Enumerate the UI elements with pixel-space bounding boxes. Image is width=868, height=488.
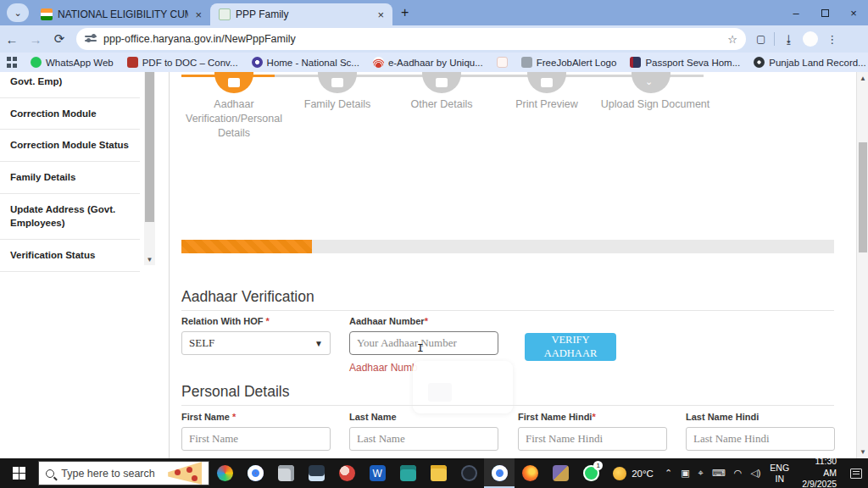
verify-aadhaar-button[interactable]: VERIFY AADHAAR [525,333,616,361]
network-wifi-icon[interactable]: ◠ [730,468,747,479]
tab-title: NATIONAL ELIGIBILITY CUM EN [58,8,188,20]
scroll-up-icon[interactable]: ▲ [857,75,868,82]
sidebar-item-correction-module[interactable]: Correction Module [0,98,140,130]
scroll-down-icon[interactable]: ▼ [857,448,868,456]
taskbar-search[interactable]: Type here to search [38,461,209,485]
apps-grid-icon[interactable] [7,57,17,68]
firefox-app-icon[interactable] [515,458,545,488]
url-text[interactable]: ppp-office.haryana.gov.in/NewPppFamily [103,33,727,45]
sidebar-item-family-details[interactable]: Family Details [0,162,140,194]
copilot-app-icon[interactable] [209,458,240,488]
profile-avatar[interactable] [803,31,818,47]
step-2-circle[interactable] [318,72,357,93]
system-tray: ⌃ ▣ ⌖ ⌨ ◠ ◁) ENGIN 11:30 AM 2/9/2025 [660,458,868,488]
file-explorer-icon[interactable] [423,458,453,488]
step-4-circle[interactable] [527,72,566,93]
language-indicator[interactable]: ENGIN [765,463,794,484]
bookmark-star-icon[interactable]: ☆ [727,33,737,46]
step-1-label: Aadhaar Verification/Personal Details [179,97,289,141]
time-text: 11:30 AM [801,456,837,479]
meet-now-icon[interactable]: ▣ [676,468,693,479]
bookmark-national-scholarship[interactable]: Home - National Sc... [252,57,359,68]
sidebar-scroll-down-icon[interactable]: ▼ [144,256,155,263]
calculator-app-icon[interactable] [392,458,423,488]
new-tab-button[interactable]: + [401,5,409,20]
microphone-icon[interactable]: ⌖ [694,468,708,479]
bookmark-nsdl[interactable] [497,57,508,68]
reload-icon[interactable]: ⟳ [47,31,71,47]
site-settings-icon[interactable] [85,35,97,43]
whatsapp-app-icon[interactable]: 1 [576,458,606,488]
chrome-app-icon[interactable] [240,458,270,488]
tab-neet[interactable]: NATIONAL ELIGIBILITY CUM EN × [32,3,210,25]
scroll-thumb[interactable] [859,142,867,252]
tab-ppp-family[interactable]: PPP Family × [210,3,392,25]
window-maximize-button[interactable] [810,0,839,25]
toolbar-divider [774,32,775,46]
clock[interactable]: 11:30 AM 2/9/2025 [794,456,843,488]
tray-chevron-icon[interactable]: ⌃ [660,468,676,479]
bookmark-whatsapp-web[interactable]: WhatsApp Web [31,57,114,68]
window-minimize-button[interactable]: – [782,0,810,25]
step-5-circle[interactable]: ⌄ [632,72,670,93]
bookmark-label: WhatsApp Web [46,58,114,68]
freejobalert-icon [521,57,532,68]
downloads-icon[interactable]: ⭳ [783,33,794,46]
last-name-input[interactable]: Last Name [349,427,498,451]
bookmark-e-aadhaar[interactable]: e-Aadhaar by Uniqu... [373,57,483,68]
web-page: Govt. Emp) Correction Module Correction … [0,72,868,458]
sidebar-scrollbar[interactable]: ▼ [144,72,155,265]
word-app-icon[interactable]: W [362,458,392,488]
gallery-app-icon[interactable] [545,458,576,488]
address-bar[interactable]: ppp-office.haryana.gov.in/NewPppFamily ☆ [76,28,746,50]
bookmark-label: PDF to DOC – Conv... [142,58,238,68]
sidebar-item-correction-module-status[interactable]: Correction Module Status [0,130,140,162]
bookmark-punjab-land[interactable]: Punjab Land Record... [754,57,865,68]
start-button[interactable] [0,458,38,488]
bookmark-passport-seva[interactable]: Passport Seva Hom... [630,57,740,68]
tab-close-icon[interactable]: × [193,8,203,21]
aadhaar-number-input[interactable]: Your Aadhaar Number [349,331,498,355]
bookmark-label: Punjab Land Record... [769,58,865,68]
sidebar-scroll-thumb[interactable] [145,72,154,222]
media-player-app-icon[interactable] [453,458,484,488]
notification-center-button[interactable] [843,458,868,488]
last-name-hindi-label: Last Name Hindi [686,411,759,424]
bookmark-label: e-Aadhaar by Uniqu... [388,58,483,68]
taskbar-weather[interactable]: 20°C [606,467,660,480]
sidebar-item-govt-emp[interactable]: Govt. Emp) [0,72,140,98]
forward-icon[interactable]: → [24,32,47,47]
step-2-label: Family Details [282,97,392,112]
chrome-active-window-icon[interactable] [484,458,515,488]
first-name-hindi-label: First Name Hindi* [518,411,596,424]
first-name-hindi-input[interactable]: First Name Hindi [518,427,667,451]
sidebar-item-verification-status[interactable]: Verification Status [0,240,140,272]
chrome-menu-icon[interactable]: ⋮ [826,33,837,46]
tab-close-icon[interactable]: × [376,8,386,21]
windows-taskbar: Type here to search W 1 20°C ⌃ ▣ ⌖ ⌨ [0,458,868,488]
aadhaar-number-label: Aadhaar Number* [349,315,428,328]
photos-app-icon[interactable] [270,458,301,488]
sun-weather-icon [613,467,626,480]
last-name-hindi-input[interactable]: Last Name Hindi [686,427,835,451]
sidebar-item-update-address[interactable]: Update Address (Govt. Employees) [0,194,140,240]
step-3-circle[interactable] [422,72,461,93]
bookmark-label: FreeJobAlert Logo [537,58,617,68]
relation-selected-value: SELF [189,336,214,350]
paint-app-icon[interactable] [331,458,362,488]
extensions-icon[interactable]: ▢ [756,33,765,45]
tab-search-chevron-icon[interactable]: ⌄ [7,3,29,22]
touch-keyboard-icon[interactable]: ⌨ [708,468,730,479]
volume-icon[interactable]: ◁) [746,468,765,479]
page-scrollbar[interactable]: ▲ ▼ [856,72,868,458]
section-divider [181,405,834,406]
relation-with-hof-select[interactable]: SELF ▼ [181,331,331,355]
remote-desktop-app-icon[interactable] [301,458,331,488]
text-cursor-icon: I [417,341,424,354]
bookmark-pdf-to-doc[interactable]: PDF to DOC – Conv... [127,57,238,68]
step-1-circle[interactable] [214,72,253,93]
bookmark-freejobalert[interactable]: FreeJobAlert Logo [521,57,617,68]
window-close-button[interactable]: × [839,0,868,25]
first-name-input[interactable]: First Name [181,427,331,451]
back-icon[interactable]: ← [0,32,24,47]
